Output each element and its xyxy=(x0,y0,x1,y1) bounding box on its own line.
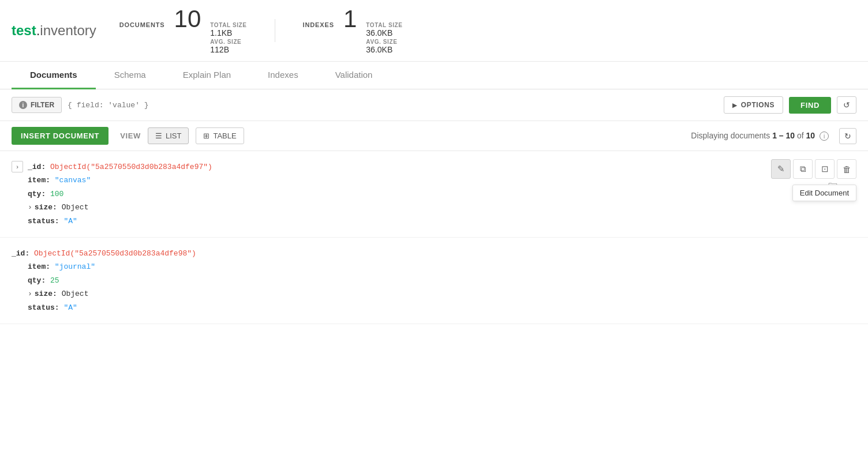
table-icon: ⊞ xyxy=(203,131,209,140)
idx-total-size-value: 36.0KB xyxy=(366,28,392,37)
field-name-item2: item: xyxy=(28,262,55,271)
idx-avg-size: AVG. SIZE 36.0KB xyxy=(366,39,402,54)
field-name-qty: qty: xyxy=(28,190,50,198)
display-range: 1 – 10 xyxy=(772,131,795,140)
idx-total-size: TOTAL SIZE 36.0KB xyxy=(366,22,402,37)
tab-explain-plan[interactable]: Explain Plan xyxy=(164,62,249,89)
find-button[interactable]: FIND xyxy=(789,97,831,114)
filter-info-icon: i xyxy=(19,101,27,109)
field-name-status2: status: xyxy=(28,303,63,312)
indexes-label: INDEXES xyxy=(303,21,334,28)
doc-field-size2: ›size: Object xyxy=(28,287,856,300)
refresh-button[interactable]: ↻ xyxy=(839,128,856,144)
field-name-qty2: qty: xyxy=(28,276,50,285)
filter-bar: i FILTER ▶ OPTIONS FIND ↺ xyxy=(0,89,868,121)
options-button[interactable]: ▶ OPTIONS xyxy=(724,96,783,114)
filter-input[interactable] xyxy=(68,101,718,110)
doc-field-status2: status: "A" xyxy=(28,301,856,314)
indexes-size-details: TOTAL SIZE 36.0KB AVG. SIZE 36.0KB xyxy=(366,22,402,54)
copy-document-button[interactable]: ⧉ xyxy=(793,159,813,179)
documents-label: DOCUMENTS xyxy=(119,21,165,28)
document-card: ›_id: ObjectId("5a2570550d3d0b283a4dfe97… xyxy=(0,151,868,238)
documents-count: 10 xyxy=(174,7,201,31)
field-value-status: "A" xyxy=(63,217,77,226)
table-view-button[interactable]: ⊞ TABLE xyxy=(196,127,244,144)
logo-test: test xyxy=(12,22,36,38)
tab-indexes[interactable]: Indexes xyxy=(249,62,317,89)
document-card: _id: ObjectId("5a2570550d3d0b283a4dfe98"… xyxy=(0,238,868,324)
idx-total-size-label: TOTAL SIZE xyxy=(366,22,402,28)
insert-document-button[interactable]: INSERT DOCUMENT xyxy=(12,127,108,145)
doc-expand-button[interactable]: › xyxy=(12,161,23,172)
reset-button[interactable]: ↺ xyxy=(837,96,856,114)
field-value-size: Object xyxy=(62,203,89,212)
field-value-id: ObjectId("5a2570550d3d0b283a4dfe97") xyxy=(50,163,212,171)
options-label: OPTIONS xyxy=(741,101,775,109)
docs-avg-size-value: 112B xyxy=(210,45,229,54)
idx-avg-size-value: 36.0KB xyxy=(366,45,392,54)
tab-schema[interactable]: Schema xyxy=(96,62,164,89)
field-expand-size[interactable]: › xyxy=(28,203,32,212)
display-info-icon[interactable]: i xyxy=(820,131,829,141)
field-value-qty2: 25 xyxy=(50,276,59,285)
document-actions: ✎ ⧉ ⊡ 🗑 ☞ Edit Document xyxy=(771,159,856,179)
docs-avg-size: AVG. SIZE 112B xyxy=(210,39,246,54)
docs-total-size: TOTAL SIZE 1.1KB xyxy=(210,22,246,37)
display-info: Displaying documents 1 – 10 of 10 i xyxy=(691,131,829,141)
field-name-id: _id: xyxy=(28,163,50,171)
edit-document-button[interactable]: ✎ xyxy=(771,159,791,179)
field-value-qty: 100 xyxy=(50,190,63,198)
tab-documents[interactable]: Documents xyxy=(12,62,96,89)
documents-size-details: TOTAL SIZE 1.1KB AVG. SIZE 112B xyxy=(210,22,246,54)
documents-toolbar: INSERT DOCUMENT VIEW ☰ LIST ⊞ TABLE Disp… xyxy=(0,121,868,151)
doc-field-status: status: "A" xyxy=(28,215,856,228)
tab-validation[interactable]: Validation xyxy=(317,62,391,89)
delete-document-button[interactable]: 🗑 xyxy=(837,159,856,179)
list-icon: ☰ xyxy=(155,131,162,140)
field-name-id2: _id: xyxy=(12,249,34,258)
field-name-item: item: xyxy=(28,176,55,185)
idx-avg-size-label: AVG. SIZE xyxy=(366,39,397,45)
docs-total-size-value: 1.1KB xyxy=(210,28,232,37)
doc-field-size: ›size: Object xyxy=(28,201,856,214)
documents-list: ›_id: ObjectId("5a2570550d3d0b283a4dfe97… xyxy=(0,151,868,456)
field-expand-size2[interactable]: › xyxy=(28,290,32,298)
display-total: 10 xyxy=(806,131,815,140)
doc-field-item2: item: "journal" xyxy=(28,260,856,273)
doc-field-qty: qty: 100 xyxy=(28,187,856,201)
docs-avg-size-label: AVG. SIZE xyxy=(210,39,241,45)
field-name-status: status: xyxy=(28,217,63,226)
options-triangle-icon: ▶ xyxy=(732,102,738,108)
logo-db: inventory xyxy=(40,22,96,38)
logo: test.inventory xyxy=(12,22,96,39)
indexes-stats: INDEXES 1 TOTAL SIZE 36.0KB AVG. SIZE 36… xyxy=(303,7,403,54)
doc-field-item: item: "canvas" xyxy=(28,174,856,187)
edit-document-tooltip: Edit Document xyxy=(792,185,856,201)
clone-document-button[interactable]: ⊡ xyxy=(815,159,835,179)
field-value-status2: "A" xyxy=(63,303,77,312)
field-value-id2: ObjectId("5a2570550d3d0b283a4dfe98") xyxy=(34,249,196,258)
filter-label: FILTER xyxy=(31,101,54,109)
doc-first-line: _id: ObjectId("5a2570550d3d0b283a4dfe98"… xyxy=(12,247,856,260)
documents-stats: DOCUMENTS 10 TOTAL SIZE 1.1KB AVG. SIZE … xyxy=(119,7,247,54)
stats-divider xyxy=(275,19,275,42)
doc-field-qty2: qty: 25 xyxy=(28,274,856,287)
tab-bar: Documents Schema Explain Plan Indexes Va… xyxy=(0,62,868,89)
header: test.inventory DOCUMENTS 10 TOTAL SIZE 1… xyxy=(0,0,868,62)
field-name-size2: size: xyxy=(35,290,62,298)
list-label: LIST xyxy=(166,131,181,140)
indexes-count: 1 xyxy=(343,7,357,31)
docs-total-size-label: TOTAL SIZE xyxy=(210,22,246,28)
table-label: TABLE xyxy=(213,131,236,140)
filter-button[interactable]: i FILTER xyxy=(12,97,62,113)
field-value-size2: Object xyxy=(62,290,89,298)
view-label: VIEW xyxy=(120,131,141,140)
field-value-item2: "journal" xyxy=(55,262,95,271)
field-name-size: size: xyxy=(35,203,62,212)
list-view-button[interactable]: ☰ LIST xyxy=(148,127,189,144)
field-value-item: "canvas" xyxy=(55,176,91,185)
doc-first-line: ›_id: ObjectId("5a2570550d3d0b283a4dfe97… xyxy=(12,160,856,174)
